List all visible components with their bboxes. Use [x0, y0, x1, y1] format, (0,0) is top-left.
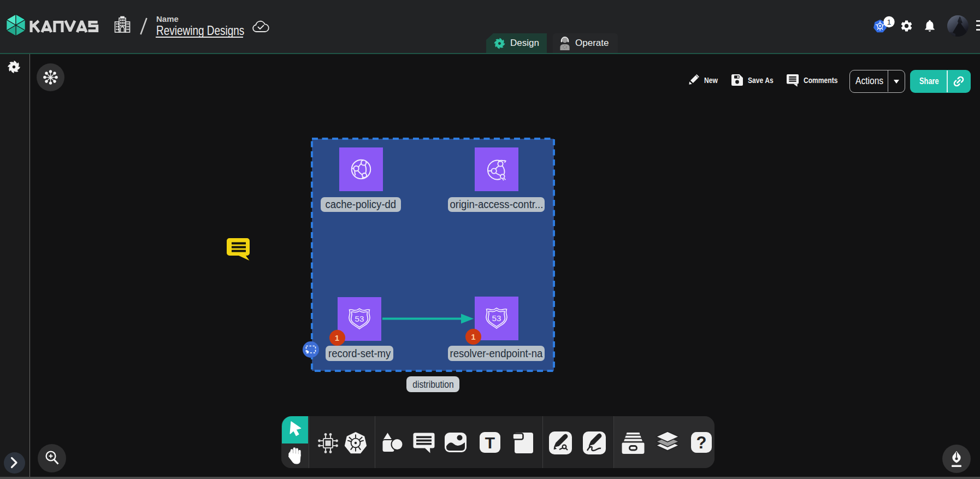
- svg-text:53: 53: [492, 314, 501, 323]
- svg-text:53: 53: [355, 314, 364, 323]
- svg-text:T: T: [485, 434, 495, 452]
- svg-text:1: 1: [887, 18, 892, 26]
- svg-text:?: ?: [696, 433, 707, 452]
